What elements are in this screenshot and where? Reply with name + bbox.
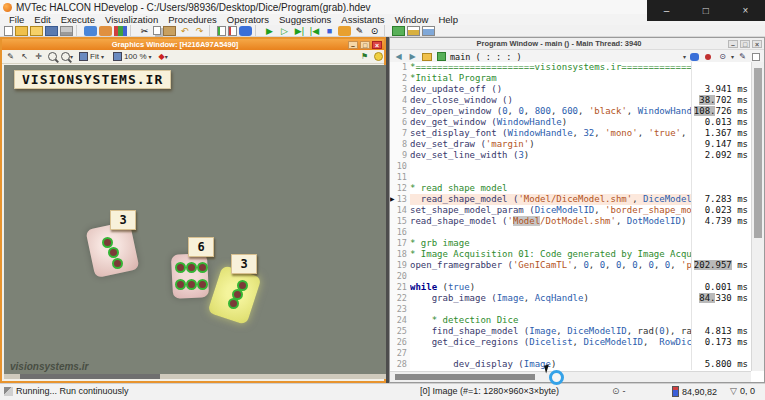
fit-button[interactable]: Fit ▾ (76, 51, 107, 62)
hscroll-thumb[interactable] (395, 374, 535, 380)
code-line[interactable]: 6dev_get_window (WindowHandle)0.013 ms (390, 117, 751, 128)
code-line[interactable]: 8dev_set_draw ('margin')9.147 ms (390, 139, 751, 150)
program-maximize-button[interactable]: □ (740, 40, 750, 48)
open-recent-icon[interactable] (30, 26, 43, 36)
profiler-caret-icon[interactable]: ▾ (731, 53, 734, 60)
minimize-button[interactable]: – (664, 5, 670, 16)
copy-icon[interactable] (153, 26, 161, 35)
code-line[interactable]: 14set_shape_model_param (DiceModelID, 'b… (390, 205, 751, 216)
code-editor[interactable]: 1*======================visionsystems.ir… (390, 62, 751, 371)
code-line[interactable]: 4dev_close_window ()38.702 ms (390, 95, 751, 106)
breakpoint-icon[interactable] (703, 51, 714, 62)
program-minimize-button[interactable]: – (728, 40, 738, 48)
redo-icon[interactable]: ↷ (193, 26, 206, 36)
code-line[interactable]: 16 (390, 227, 751, 238)
deactivate-lines-icon[interactable] (228, 26, 237, 36)
close-button[interactable]: × (742, 5, 748, 16)
code-line[interactable]: 20 (390, 271, 751, 282)
code-line[interactable]: 17* grb image (390, 238, 751, 249)
graphics-maximize-button[interactable]: □ (360, 41, 370, 49)
graphics-hscrollbar[interactable] (4, 374, 386, 379)
menu-file[interactable]: File (4, 14, 29, 25)
code-line[interactable]: 5dev_open_window (0, 0, 800, 600, 'black… (390, 106, 751, 117)
code-line[interactable]: 19open_framegrabber ('GenICamTL', 0, 0, … (390, 260, 751, 271)
program-close-button[interactable]: × (752, 40, 762, 48)
stop-icon[interactable]: ■ (323, 26, 336, 36)
code-line[interactable]: 28 dev_display (Image)5.800 ms (390, 359, 751, 370)
maximize-button[interactable]: □ (703, 5, 709, 16)
toolbar-caret-icon[interactable]: ▾ (683, 53, 686, 60)
draw-tool-icon[interactable]: ✎ (5, 51, 16, 62)
save-program-icon[interactable] (45, 26, 58, 36)
activate-lines-icon[interactable] (217, 26, 226, 36)
menu-assistants[interactable]: Assistants (336, 14, 389, 25)
print-icon[interactable] (60, 26, 73, 36)
horizontal-scrollbar[interactable] (390, 371, 751, 382)
code-line[interactable]: 3dev_update_off ()3.941 ms (390, 84, 751, 95)
procedure-context[interactable]: main ( : : : ) (450, 52, 522, 62)
graphics-hscroll-thumb[interactable] (20, 374, 160, 379)
select-arrow-icon[interactable]: ↖ (19, 51, 30, 62)
code-line[interactable]: 9dev_set_line_width (3)2.092 ms (390, 150, 751, 161)
zoom-select-icon[interactable]: ▾ (61, 51, 73, 62)
code-line[interactable]: 11 (390, 172, 751, 183)
code-line[interactable]: 27 (390, 348, 751, 359)
reset-execution-icon[interactable] (338, 26, 351, 36)
procedure-list-icon[interactable] (422, 53, 432, 61)
menu-procedures[interactable]: Procedures (163, 14, 222, 25)
feature-inspection-icon[interactable] (422, 26, 435, 36)
window-dock-icon[interactable] (690, 53, 699, 61)
new-program-icon[interactable] (4, 26, 13, 36)
undo-icon[interactable]: ↶ (178, 26, 191, 36)
code-line[interactable]: 22 grab_image (Image, AcqHandle)84.330 m… (390, 293, 751, 304)
edit-code-icon[interactable]: ✎ (353, 26, 366, 36)
zoom-level-button[interactable]: 100 % ▾ (110, 51, 155, 62)
code-line[interactable]: 23 (390, 304, 751, 315)
read-image-icon[interactable] (84, 26, 97, 36)
graphics-canvas[interactable]: VISIONSYSTEMS.IR 3 6 3 vision (4, 65, 386, 378)
vscroll-thumb[interactable] (754, 68, 762, 238)
insert-snippet-icon[interactable] (114, 26, 127, 36)
graphics-window-titlebar[interactable]: Graphics Window: [H216A97A5490] – □ × (2, 39, 384, 50)
menu-visualization[interactable]: Visualization (100, 14, 163, 25)
code-line[interactable]: 2*Initial Program (390, 73, 751, 84)
menu-window[interactable]: Window (390, 14, 434, 25)
edit-pen-icon[interactable]: ✎ (737, 51, 748, 62)
code-line[interactable]: 7set_display_font (WindowHandle, 32, 'mo… (390, 128, 751, 139)
program-window-titlebar[interactable]: Program Window - main () - Main Thread: … (390, 38, 764, 50)
step-over-icon[interactable]: ▶| (293, 26, 306, 36)
code-line[interactable]: ▶13 read_shape_model ('Model/DiceModel.s… (390, 194, 751, 205)
operator-window-icon[interactable] (239, 26, 252, 36)
flag-icon[interactable]: ⚑ (359, 51, 370, 62)
write-program-icon[interactable] (99, 26, 112, 36)
menu-suggestions[interactable]: Suggestions (274, 14, 336, 25)
image-acquisition-assistant-icon[interactable] (392, 26, 405, 36)
nav-forward-icon[interactable]: ▶ (407, 51, 418, 62)
zoom-in-icon[interactable] (47, 51, 58, 62)
procedure-icon[interactable] (437, 52, 446, 61)
lightbulb-icon[interactable] (373, 51, 384, 62)
vertical-scrollbar[interactable] (751, 62, 764, 371)
menu-edit[interactable]: Edit (29, 14, 55, 25)
code-line[interactable]: 10 (390, 161, 751, 172)
profiler-clock-icon[interactable]: ⊙ (717, 51, 728, 62)
code-line[interactable]: 15read_shape_model ('Model/DotModel.shm'… (390, 216, 751, 227)
cut-icon[interactable]: ✂ (138, 26, 151, 36)
new-tab-icon[interactable] (752, 53, 760, 61)
menu-execute[interactable]: Execute (56, 14, 100, 25)
code-line[interactable]: 24 * detection Dice (390, 315, 751, 326)
open-program-icon[interactable] (15, 26, 28, 36)
run-icon[interactable]: ▶ (263, 26, 276, 36)
pan-hand-icon[interactable]: ✛ (33, 51, 44, 62)
code-line[interactable]: 25 find_shape_model (Image, DiceModelID,… (390, 326, 751, 337)
paste-icon[interactable] (163, 26, 176, 36)
menu-operators[interactable]: Operators (222, 14, 274, 25)
run-to-line-icon[interactable]: ▷ (278, 26, 291, 36)
nav-back-icon[interactable]: ◀ (393, 51, 404, 62)
code-line[interactable]: 26 get_dice_regions (Dicelist, DiceModel… (390, 337, 751, 348)
code-line[interactable]: 21while (true)0.001 ms (390, 282, 751, 293)
menu-help[interactable]: Help (433, 14, 463, 25)
code-line[interactable]: 18* Image Acquisition 01: Code generated… (390, 249, 751, 260)
graphics-close-button[interactable]: × (372, 41, 382, 49)
gray-histogram-icon[interactable] (407, 26, 420, 36)
